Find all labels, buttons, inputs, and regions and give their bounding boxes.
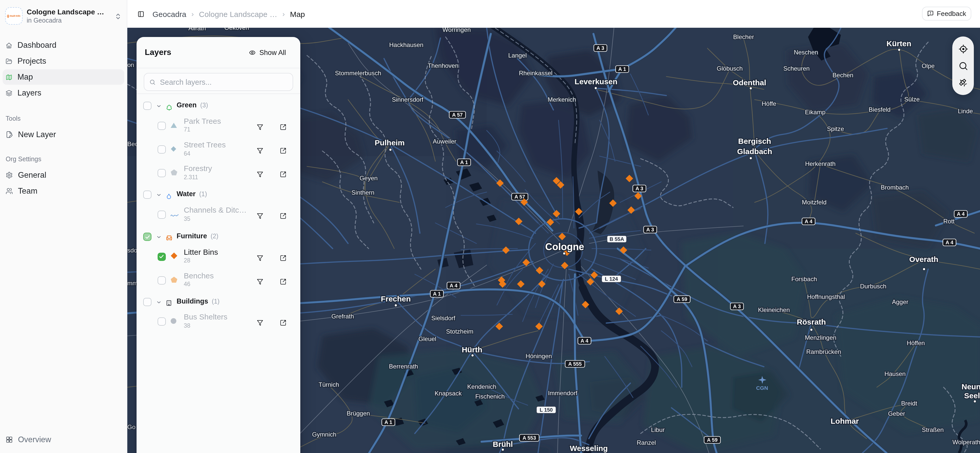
svg-text:Linde: Linde <box>958 108 973 115</box>
svg-text:Sielsdorf: Sielsdorf <box>431 314 455 322</box>
svg-text:Breidt: Breidt <box>901 400 917 407</box>
svg-text:Stotzheim: Stotzheim <box>446 328 474 335</box>
svg-text:Libur: Libur <box>651 426 665 433</box>
svg-text:mm: mm <box>127 280 138 287</box>
svg-text:Stommelerbusch: Stommelerbusch <box>335 70 381 77</box>
svg-text:Hoffnungsthal: Hoffnungsthal <box>807 293 845 300</box>
svg-text:Herkenrath: Herkenrath <box>805 160 836 167</box>
svg-text:Stadt Köln: Stadt Köln <box>10 15 20 17</box>
svg-text:Gladbach: Gladbach <box>737 147 772 156</box>
svg-text:Hürth: Hürth <box>462 345 482 354</box>
svg-text:Sinthern: Sinthern <box>352 189 374 196</box>
svg-text:Neschen: Neschen <box>794 49 818 56</box>
svg-text:Berrenrath: Berrenrath <box>389 363 418 370</box>
svg-text:Bechen: Bechen <box>832 72 853 78</box>
svg-text:Rambrücken: Rambrücken <box>806 348 841 355</box>
svg-text:Pulheim: Pulheim <box>375 139 405 147</box>
svg-text:A 57: A 57 <box>452 112 463 118</box>
svg-text:Rösrath: Rösrath <box>797 317 826 326</box>
svg-text:Biesfeld: Biesfeld <box>869 106 891 113</box>
svg-text:Wolperath: Wolperath <box>953 439 980 445</box>
svg-text:Rott: Rott <box>943 218 955 225</box>
svg-text:Geyen: Geyen <box>360 175 378 182</box>
svg-text:A 1: A 1 <box>460 160 468 165</box>
svg-text:Höningen: Höningen <box>526 353 552 359</box>
svg-text:Frechen: Frechen <box>381 295 411 303</box>
svg-text:Langel: Langel <box>508 52 527 59</box>
svg-text:Scheuren: Scheuren <box>783 65 810 72</box>
svg-text:Go: Go <box>127 423 135 431</box>
svg-text:Gymnich: Gymnich <box>312 431 337 438</box>
svg-text:A 4: A 4 <box>957 211 965 217</box>
svg-text:L 150: L 150 <box>540 407 553 413</box>
svg-text:Menzlingen: Menzlingen <box>805 334 837 341</box>
svg-text:Kendenich: Kendenich <box>467 383 496 390</box>
svg-text:Rheinkassel: Rheinkassel <box>519 70 553 77</box>
svg-text:Moitzfeld: Moitzfeld <box>802 199 827 206</box>
svg-text:Hausen: Hausen <box>885 370 906 377</box>
svg-text:A 1: A 1 <box>385 420 392 425</box>
svg-text:Brühl: Brühl <box>493 440 513 448</box>
svg-text:A 1: A 1 <box>618 66 626 72</box>
svg-text:Worringen: Worringen <box>442 28 471 33</box>
svg-text:Gleuel: Gleuel <box>418 335 436 342</box>
svg-text:Seelsch: Seelsch <box>964 391 980 400</box>
svg-text:Thenhoven: Thenhoven <box>428 62 458 69</box>
svg-text:Durbusch: Durbusch <box>860 283 886 290</box>
svg-text:Agger: Agger <box>892 298 908 305</box>
svg-text:on: on <box>127 61 134 68</box>
svg-text:Blecher: Blecher <box>733 33 754 40</box>
svg-text:A 3: A 3 <box>636 186 643 191</box>
svg-text:Olpe: Olpe <box>922 62 935 69</box>
svg-text:A 3: A 3 <box>733 303 741 309</box>
svg-text:Brombach: Brombach <box>881 184 908 191</box>
svg-text:Höffen: Höffen <box>907 340 925 346</box>
svg-text:Immendorf: Immendorf <box>548 389 578 397</box>
svg-text:A 57: A 57 <box>514 194 525 199</box>
svg-text:Kürten: Kürten <box>886 39 912 48</box>
svg-text:Lohmar: Lohmar <box>830 417 859 425</box>
svg-text:Wesseling: Wesseling <box>570 444 608 453</box>
svg-text:Sinnersdorf: Sinnersdorf <box>392 96 423 103</box>
svg-text:L 124: L 124 <box>605 276 618 282</box>
svg-text:B 55A: B 55A <box>609 236 624 242</box>
svg-text:A 4: A 4 <box>450 283 458 289</box>
svg-text:Spitze: Spitze <box>827 125 844 132</box>
svg-text:Knapsack: Knapsack <box>434 390 462 397</box>
svg-text:Forsbach: Forsbach <box>791 276 817 282</box>
svg-text:A 59: A 59 <box>677 296 687 302</box>
svg-text:Geber: Geber <box>888 410 905 417</box>
svg-text:Eikamp: Eikamp <box>805 108 826 116</box>
svg-text:Kleineichen: Kleineichen <box>758 306 790 313</box>
svg-text:Cologne: Cologne <box>545 241 584 252</box>
svg-text:Grefrath: Grefrath <box>331 313 354 320</box>
svg-text:Neunkirc: Neunkirc <box>961 382 980 391</box>
svg-text:Auweiler: Auweiler <box>433 138 457 145</box>
svg-text:A 1: A 1 <box>433 291 441 297</box>
svg-text:sdo: sdo <box>127 247 137 254</box>
svg-text:Hackhausen: Hackhausen <box>389 41 423 48</box>
svg-text:A 553: A 553 <box>523 435 536 441</box>
svg-text:Overath: Overath <box>909 255 938 263</box>
svg-text:Fischenich: Fischenich <box>476 393 505 400</box>
svg-text:A 3: A 3 <box>646 227 654 233</box>
svg-text:Allrath: Allrath <box>188 28 206 32</box>
svg-text:A 4: A 4 <box>581 338 589 344</box>
svg-text:Straßen: Straßen <box>922 426 943 433</box>
svg-text:Glöbusch: Glöbusch <box>717 65 743 72</box>
svg-text:Leverkusen: Leverkusen <box>575 77 617 86</box>
svg-text:Ranzel: Ranzel <box>637 439 656 446</box>
svg-text:CGN: CGN <box>756 385 768 391</box>
svg-text:A 555: A 555 <box>568 361 582 367</box>
svg-text:Odenthal: Odenthal <box>733 78 766 87</box>
svg-text:Sülze: Sülze <box>904 96 920 103</box>
svg-text:Türnich: Türnich <box>318 381 339 388</box>
svg-text:A 3: A 3 <box>597 45 604 51</box>
svg-text:Brüggen: Brüggen <box>347 410 370 417</box>
svg-text:Merkenich: Merkenich <box>548 96 576 103</box>
svg-text:Bergisch: Bergisch <box>738 137 771 145</box>
svg-text:Höffe: Höffe <box>762 100 776 107</box>
svg-text:A 59: A 59 <box>707 437 718 443</box>
svg-text:A 4: A 4 <box>805 219 813 224</box>
svg-text:A 4: A 4 <box>946 239 954 245</box>
